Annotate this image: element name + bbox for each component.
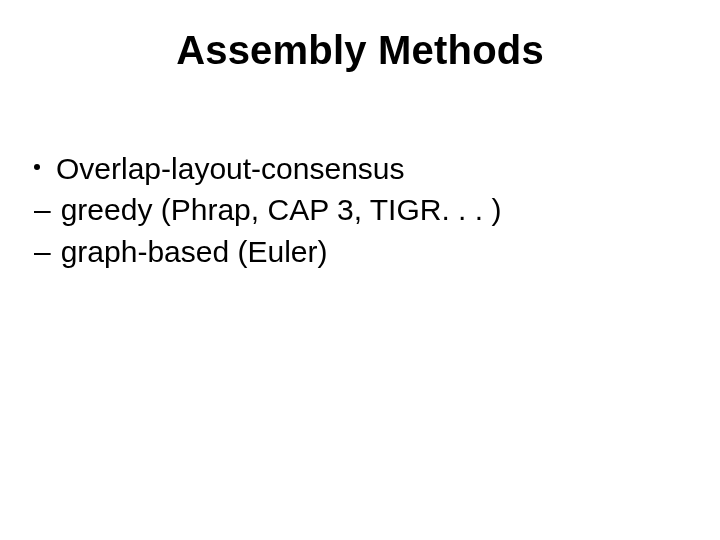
slide-title: Assembly Methods [0, 28, 720, 73]
sub-bullet-text: greedy (Phrap, CAP 3, TIGR. . . ) [61, 189, 502, 230]
bullet-dot-icon [34, 164, 40, 170]
dash-icon: – [34, 231, 51, 272]
sub-bullet-text: graph-based (Euler) [61, 231, 328, 272]
sub-bullet-item: – graph-based (Euler) [34, 231, 680, 272]
dash-icon: – [34, 189, 51, 230]
slide-body: Overlap-layout-consensus – greedy (Phrap… [34, 148, 680, 272]
bullet-text: Overlap-layout-consensus [56, 148, 405, 189]
sub-bullet-item: – greedy (Phrap, CAP 3, TIGR. . . ) [34, 189, 680, 230]
bullet-item: Overlap-layout-consensus [34, 148, 680, 189]
slide: Assembly Methods Overlap-layout-consensu… [0, 0, 720, 540]
